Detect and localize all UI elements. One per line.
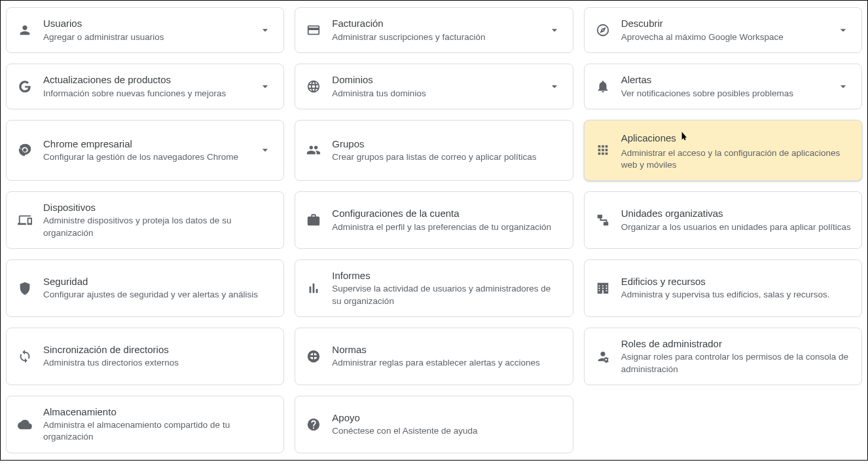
- card-title-text: Dominios: [332, 73, 373, 86]
- card-title: Chrome empresarial: [43, 138, 247, 151]
- card-text: Sincronización de directoriosAdministra …: [43, 343, 273, 369]
- card-account-settings[interactable]: Configuraciones de la cuentaAdministra e…: [295, 191, 573, 249]
- chevron-down-icon[interactable]: [257, 22, 273, 38]
- building-icon: [595, 280, 611, 296]
- card-text: ApoyoConéctese con el Asistente de ayuda: [332, 411, 562, 438]
- card-description: Conéctese con el Asistente de ayuda: [332, 425, 562, 437]
- card-groups[interactable]: GruposCrear grupos para listas de correo…: [295, 120, 573, 181]
- card-chrome[interactable]: Chrome empresarialConfigurar la gestión …: [6, 120, 284, 181]
- card-title: Aplicaciones: [621, 130, 851, 146]
- card-description: Administra y supervisa tus edificios, sa…: [621, 289, 851, 301]
- card-devices[interactable]: DispositivosAdministre dispositivos y pr…: [6, 191, 284, 249]
- card-text: AlmacenamientoAdministra el almacenamien…: [43, 406, 273, 444]
- chevron-down-icon[interactable]: [257, 142, 273, 158]
- card-text: Configuraciones de la cuentaAdministra e…: [332, 207, 562, 233]
- card-title-text: Roles de administrador: [621, 337, 722, 350]
- card-title-text: Informes: [332, 269, 370, 282]
- card-billing[interactable]: FacturaciónAdministrar suscripciones y f…: [295, 7, 573, 53]
- card-title: Grupos: [332, 138, 562, 151]
- card-title-text: Alertas: [621, 73, 652, 86]
- devices-icon: [17, 212, 33, 228]
- card-description: Supervise la actividad de usuarios y adm…: [332, 283, 562, 307]
- card-title: Unidades organizativas: [621, 207, 851, 220]
- card-description: Administrar el acceso y la configuración…: [621, 147, 851, 171]
- card-title: Sincronización de directorios: [43, 343, 273, 356]
- card-title-text: Normas: [332, 343, 367, 356]
- card-description: Configurar la gestión de los navegadores…: [43, 151, 247, 163]
- card-description: Administra tus dominios: [332, 88, 535, 100]
- card-title: Normas: [332, 343, 562, 356]
- card-title-text: Seguridad: [43, 275, 88, 288]
- chevron-down-icon[interactable]: [835, 22, 851, 38]
- card-description: Configurar ajustes de seguridad y ver al…: [43, 289, 273, 301]
- card-description: Ver notificaciones sobre posibles proble…: [621, 88, 825, 100]
- card-title-text: Facturación: [332, 17, 383, 30]
- bell-icon: [595, 79, 611, 94]
- card-title: Configuraciones de la cuenta: [332, 207, 562, 220]
- card-title-text: Dispositivos: [43, 201, 96, 214]
- card-title-text: Apoyo: [332, 411, 360, 425]
- card-directory-sync[interactable]: Sincronización de directoriosAdministra …: [6, 328, 284, 385]
- card-title-text: Sincronización de directorios: [43, 343, 169, 356]
- help-icon: [306, 417, 321, 432]
- chevron-down-icon[interactable]: [835, 79, 851, 94]
- card-security[interactable]: SeguridadConfigurar ajustes de seguridad…: [6, 259, 284, 317]
- card-title: Alertas: [621, 73, 825, 86]
- card-rules[interactable]: NormasAdministrar reglas para establecer…: [295, 328, 573, 385]
- card-title-text: Aplicaciones: [621, 132, 676, 145]
- card-org-units[interactable]: Unidades organizativasOrganizar a los us…: [584, 191, 862, 249]
- card-text: Edificios y recursosAdministra y supervi…: [621, 275, 851, 301]
- card-domains[interactable]: DominiosAdministra tus dominios: [295, 64, 573, 109]
- card-description: Administrar suscripciones y facturación: [332, 31, 535, 43]
- card-text: InformesSupervise la actividad de usuari…: [332, 269, 562, 307]
- card-apps[interactable]: AplicacionesAdministrar el acceso y la c…: [584, 120, 862, 181]
- user-icon: [17, 22, 33, 38]
- chevron-down-icon[interactable]: [257, 79, 273, 94]
- card-title: Seguridad: [43, 275, 273, 288]
- card-text: Chrome empresarialConfigurar la gestión …: [43, 138, 247, 164]
- card-title-text: Chrome empresarial: [43, 138, 132, 151]
- card-text: DispositivosAdministre dispositivos y pr…: [43, 201, 273, 239]
- card-description: Crear grupos para listas de correo y apl…: [332, 151, 562, 163]
- card-title: Apoyo: [332, 411, 562, 425]
- pointer-cursor-icon: [679, 130, 689, 146]
- card-text: DescubrirAprovecha al máximo Google Work…: [621, 17, 825, 43]
- google-icon: [17, 79, 33, 94]
- chevron-down-icon[interactable]: [547, 79, 562, 94]
- card-product-updates[interactable]: Actualizaciones de productosInformación …: [6, 64, 284, 109]
- card-title: Facturación: [332, 17, 535, 30]
- card-buildings[interactable]: Edificios y recursosAdministra y supervi…: [584, 259, 862, 317]
- card-title-text: Almacenamiento: [43, 406, 117, 419]
- compass-icon: [595, 22, 611, 38]
- card-text: SeguridadConfigurar ajustes de seguridad…: [43, 275, 273, 301]
- card-discover[interactable]: DescubrirAprovecha al máximo Google Work…: [584, 7, 862, 53]
- card-description: Administre dispositivos y proteja los da…: [43, 215, 273, 238]
- card-alerts[interactable]: AlertasVer notificaciones sobre posibles…: [584, 64, 862, 109]
- card-title-text: Unidades organizativas: [621, 207, 723, 220]
- card-reports[interactable]: InformesSupervise la actividad de usuari…: [295, 259, 573, 317]
- card-description: Aprovecha al máximo Google Workspace: [621, 31, 825, 43]
- card-users[interactable]: UsuariosAgregar o administrar usuarios: [6, 7, 284, 53]
- chevron-down-icon[interactable]: [547, 22, 562, 38]
- card-text: AplicacionesAdministrar el acceso y la c…: [621, 130, 851, 171]
- chrome-icon: [17, 142, 33, 158]
- admin-icon: [595, 349, 611, 364]
- card-description: Administra el perfil y las preferencias …: [332, 221, 562, 233]
- card-description: Administrar reglas para establecer alert…: [332, 357, 562, 369]
- briefcase-icon: [306, 212, 321, 228]
- card-icon: [306, 22, 321, 38]
- card-storage[interactable]: AlmacenamientoAdministra el almacenamien…: [6, 396, 284, 453]
- card-text: Actualizaciones de productosInformación …: [43, 73, 247, 100]
- card-text: UsuariosAgregar o administrar usuarios: [43, 17, 247, 43]
- card-description: Administra el almacenamiento compartido …: [43, 419, 273, 443]
- card-title-text: Edificios y recursos: [621, 275, 706, 288]
- card-title-text: Configuraciones de la cuenta: [332, 207, 459, 220]
- shield-icon: [17, 280, 33, 296]
- wheel-icon: [306, 349, 321, 364]
- card-title: Informes: [332, 269, 562, 282]
- card-title: Descubrir: [621, 17, 825, 30]
- groups-icon: [306, 142, 321, 158]
- card-admin-roles[interactable]: Roles de administradorAsignar roles para…: [584, 328, 862, 385]
- card-text: AlertasVer notificaciones sobre posibles…: [621, 73, 825, 100]
- card-support[interactable]: ApoyoConéctese con el Asistente de ayuda: [295, 396, 573, 453]
